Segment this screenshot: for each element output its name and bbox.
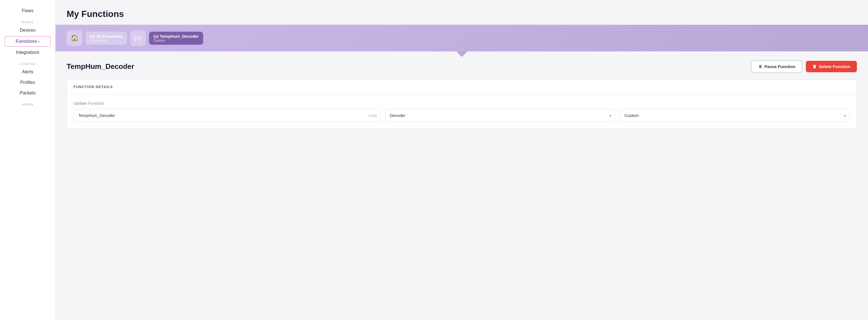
function-details-card: FUNCTION DETAILS Update Function 15/50 D…: [67, 80, 857, 129]
sidebar-section-nodes: NODES: [0, 16, 55, 25]
breadcrumb-active-function[interactable]: (x) TempHum_Decoder Custom: [149, 32, 203, 45]
function-name-wrapper: 15/50: [73, 109, 380, 122]
form-row: 15/50 Decoder Encoder Converter ▾ Custom: [73, 109, 850, 122]
update-function-label: Update Function: [73, 101, 850, 106]
sidebar-section-configs: CONFIGS: [0, 58, 55, 67]
sidebar-section-admin: ADMIN: [0, 98, 55, 107]
function-name-input[interactable]: [73, 109, 380, 122]
sidebar-item-flows[interactable]: Flows: [0, 5, 55, 16]
content-area: TempHum_Decoder ⏸ Pause Function 🗑 Delet…: [56, 51, 868, 320]
sidebar-item-devices[interactable]: Devices: [0, 25, 55, 35]
main-content: My Functions 🏠 (x) All Functions 1 Funct…: [56, 0, 868, 320]
breadcrumb-all-functions-sub: 1 Functions: [90, 39, 122, 42]
function-header: TempHum_Decoder ⏸ Pause Function 🗑 Delet…: [67, 60, 857, 73]
pause-icon: ⏸: [758, 64, 762, 69]
function-category-wrapper: Custom Default Template ▾: [620, 109, 850, 122]
sidebar-item-profiles[interactable]: Profiles: [0, 77, 55, 88]
breadcrumb-all-functions-label: (x) All Functions: [90, 34, 122, 39]
home-icon: 🏠: [71, 34, 78, 42]
function-category-select[interactable]: Custom Default Template: [620, 109, 850, 122]
breadcrumb-all-functions[interactable]: (x) All Functions 1 Functions: [86, 32, 127, 45]
delete-function-button[interactable]: 🗑 Delete Function: [806, 61, 857, 72]
breadcrumb-arrow: [456, 51, 467, 57]
trash-icon: 🗑: [812, 64, 817, 69]
breadcrumb-active-sub: Custom: [154, 39, 199, 42]
sidebar-item-integrations[interactable]: Integrations: [0, 47, 55, 58]
page-title: My Functions: [67, 9, 857, 19]
sidebar-item-alerts[interactable]: Alerts: [0, 67, 55, 77]
sidebar-item-functions[interactable]: Functions ‹: [4, 36, 51, 47]
char-count: 15/50: [368, 113, 377, 117]
sidebar-item-packets[interactable]: Packets: [0, 88, 55, 98]
breadcrumb-active-label: (x) TempHum_Decoder: [154, 34, 199, 39]
add-icon: (+): [134, 34, 142, 42]
function-title: TempHum_Decoder: [67, 62, 134, 71]
breadcrumb-home[interactable]: 🏠: [67, 30, 82, 46]
pause-function-button[interactable]: ⏸ Pause Function: [751, 60, 803, 73]
breadcrumb-add-button[interactable]: (+): [130, 30, 146, 46]
card-body: Update Function 15/50 Decoder Encoder Co…: [67, 94, 857, 128]
page-header: My Functions: [56, 0, 868, 25]
function-type-select[interactable]: Decoder Encoder Converter: [385, 109, 615, 122]
breadcrumb-banner: 🏠 (x) All Functions 1 Functions (+) (x) …: [56, 25, 868, 51]
card-section-header: FUNCTION DETAILS: [67, 80, 857, 94]
sidebar: Flows NODES Devices Functions ‹ Integrat…: [0, 0, 56, 320]
header-actions: ⏸ Pause Function 🗑 Delete Function: [751, 60, 857, 73]
function-type-wrapper: Decoder Encoder Converter ▾: [385, 109, 615, 122]
